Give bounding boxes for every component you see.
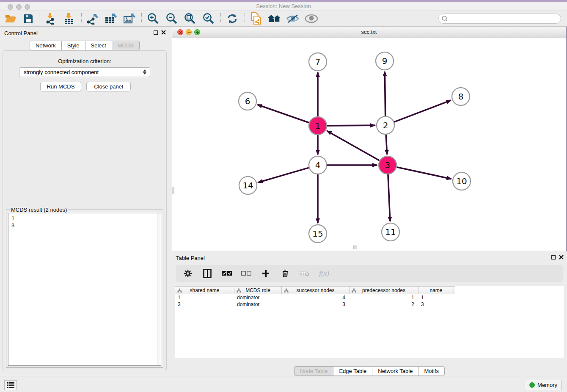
column-label: shared name <box>190 287 219 293</box>
select-chevrons-icon <box>143 69 146 75</box>
node-table[interactable]: shared nameMCDS rolesuccessor nodesprede… <box>175 286 564 358</box>
column-header-predecessor-nodes[interactable]: predecessor nodes <box>350 287 418 294</box>
column-header-successor-nodes[interactable]: successor nodes <box>282 287 350 294</box>
close-panel-button[interactable]: Close panel <box>86 82 131 91</box>
node-label-15: 15 <box>312 229 323 239</box>
table-rows: 1dominator4113dominator323 <box>175 294 564 308</box>
edge-1-6[interactable] <box>258 105 309 122</box>
function-builder-icon: f(x) <box>319 268 329 279</box>
window-title: Session: New Session <box>0 2 567 11</box>
edge-2-9[interactable] <box>385 72 385 116</box>
cell-name: 3 <box>418 301 454 308</box>
zoom-fit-icon[interactable] <box>183 12 197 25</box>
tab-select[interactable]: Select <box>85 41 112 50</box>
deselect-all-checkboxes-icon[interactable] <box>241 268 251 279</box>
clone-network-icon[interactable] <box>249 12 263 25</box>
table-row[interactable]: 1dominator411 <box>175 294 564 301</box>
tab-motifs[interactable]: Motifs <box>418 366 445 376</box>
cell-predecessor-nodes: 2 <box>350 301 418 308</box>
control-panel-header: Control Panel <box>0 27 169 39</box>
edge-2-3[interactable] <box>386 135 387 155</box>
search-field[interactable] <box>438 14 561 24</box>
cell-successor-nodes: 4 <box>282 294 350 301</box>
network-graph[interactable]: 7968124314101511 <box>172 38 566 251</box>
splitter-handle[interactable] <box>172 187 174 194</box>
float-panel-icon[interactable] <box>551 255 556 259</box>
network-minimize-button[interactable] <box>186 29 192 35</box>
toolbar-separator <box>81 13 82 24</box>
zoom-selected-icon[interactable] <box>201 12 216 25</box>
add-row-icon[interactable] <box>261 268 271 279</box>
network-close-button[interactable] <box>177 29 183 35</box>
edge-2-8[interactable] <box>394 100 451 122</box>
node-label-6: 6 <box>245 96 250 106</box>
network-window-titlebar[interactable]: scc.txt <box>172 27 566 38</box>
tab-node-table[interactable]: Node Table <box>294 366 334 376</box>
tab-edge-table[interactable]: Edge Table <box>333 366 372 376</box>
column-header-MCDS-role[interactable]: MCDS role <box>234 287 282 294</box>
minimize-window-button[interactable] <box>16 4 22 10</box>
edge-4-14[interactable] <box>258 168 309 182</box>
cell-successor-nodes: 3 <box>282 301 350 308</box>
node-label-2: 2 <box>383 120 388 130</box>
float-panel-icon[interactable] <box>154 30 158 35</box>
export-table-icon[interactable] <box>104 12 118 25</box>
zoom-in-icon[interactable] <box>146 12 160 25</box>
network-zoom-button[interactable] <box>194 29 200 35</box>
column-settings-icon[interactable] <box>183 268 193 279</box>
hide-graphics-details-icon[interactable] <box>286 12 300 25</box>
export-network-icon[interactable] <box>85 12 100 25</box>
tab-network-table[interactable]: Network Table <box>372 366 418 376</box>
column-header-name[interactable]: name <box>418 287 454 294</box>
delete-table-icon <box>300 268 310 279</box>
node-label-7: 7 <box>315 57 321 67</box>
optimization-criterion-select[interactable]: strongly connected component <box>19 67 150 77</box>
cell-MCDS-role: dominator <box>234 301 282 308</box>
edge-3-1[interactable] <box>327 131 380 160</box>
edge-3-11[interactable] <box>388 174 390 221</box>
close-window-button[interactable] <box>8 4 13 10</box>
table-row[interactable]: 3dominator323 <box>175 301 564 308</box>
mcds-result-line: 1 <box>11 215 161 222</box>
edge-3-10[interactable] <box>396 167 451 179</box>
home-icon[interactable] <box>267 12 281 25</box>
close-panel-icon[interactable] <box>161 30 166 35</box>
node-label-11: 11 <box>385 227 396 237</box>
table-panel-title: Table Panel <box>176 255 205 261</box>
mcds-result-textarea[interactable]: 13 <box>8 213 161 366</box>
mcds-result-lines: 13 <box>8 213 161 229</box>
cell-MCDS-role: dominator <box>234 294 282 301</box>
search-input[interactable] <box>450 14 561 23</box>
run-mcds-button[interactable]: Run MCDS <box>40 82 81 91</box>
select-all-checkboxes-icon[interactable] <box>222 268 232 279</box>
task-history-button[interactable] <box>4 380 17 390</box>
result-scrollbar[interactable] <box>157 213 161 365</box>
toolbar-separator <box>245 13 245 24</box>
zoom-window-button[interactable] <box>25 4 30 10</box>
toolbar-separator <box>220 13 221 24</box>
open-session-icon[interactable] <box>3 12 18 25</box>
tab-network[interactable]: Network <box>30 41 62 50</box>
close-panel-icon[interactable] <box>559 255 564 259</box>
edge-1-2[interactable] <box>327 125 375 126</box>
tab-style[interactable]: Style <box>61 41 85 50</box>
tab-mcds[interactable]: MCDS <box>112 41 140 50</box>
delete-row-icon[interactable] <box>280 268 290 279</box>
column-layout-icon[interactable] <box>202 268 212 279</box>
zoom-out-icon[interactable] <box>165 12 179 25</box>
network-canvas[interactable]: 7968124314101511 <box>172 38 566 251</box>
node-label-9: 9 <box>382 56 388 66</box>
refresh-icon[interactable] <box>225 12 239 25</box>
show-graphics-details-icon[interactable] <box>304 12 319 25</box>
table-header-row: shared nameMCDS rolesuccessor nodesprede… <box>175 286 455 294</box>
node-label-1: 1 <box>315 121 321 131</box>
import-table-icon[interactable] <box>63 12 77 25</box>
memory-button[interactable]: Memory <box>525 380 562 390</box>
column-label: MCDS role <box>245 287 270 293</box>
export-image-icon[interactable] <box>123 12 137 25</box>
save-session-icon[interactable] <box>21 12 36 25</box>
node-label-3: 3 <box>385 160 391 170</box>
canvas-scroll-thumb[interactable] <box>353 246 357 249</box>
column-header-shared-name[interactable]: shared name <box>175 287 234 294</box>
import-network-icon[interactable] <box>44 12 58 25</box>
